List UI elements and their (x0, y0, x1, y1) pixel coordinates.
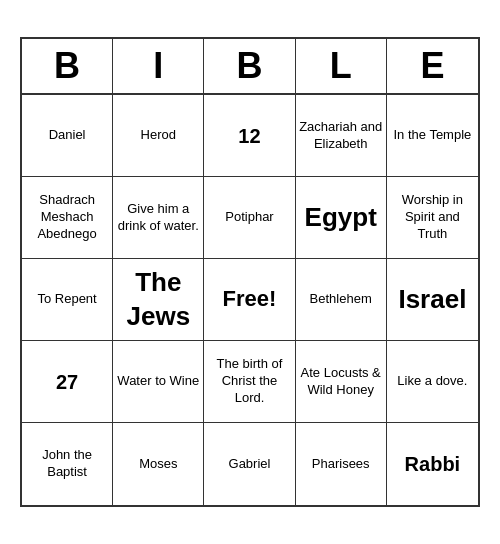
bingo-cell-0: Daniel (22, 95, 113, 177)
bingo-cell-24: Rabbi (387, 423, 478, 505)
header-letter-I-1: I (113, 39, 204, 93)
bingo-cell-2: 12 (204, 95, 295, 177)
bingo-cell-10: To Repent (22, 259, 113, 341)
bingo-cell-21: Moses (113, 423, 204, 505)
bingo-header: BIBLE (22, 39, 478, 95)
bingo-cell-5: Shadrach Meshach Abednego (22, 177, 113, 259)
bingo-cell-16: Water to Wine (113, 341, 204, 423)
bingo-card: BIBLE DanielHerod12Zachariah and Elizabe… (20, 37, 480, 507)
bingo-cell-18: Ate Locusts & Wild Honey (296, 341, 387, 423)
bingo-cell-14: Israel (387, 259, 478, 341)
bingo-cell-8: Egypt (296, 177, 387, 259)
bingo-cell-23: Pharisees (296, 423, 387, 505)
bingo-cell-9: Worship in Spirit and Truth (387, 177, 478, 259)
header-letter-L-3: L (296, 39, 387, 93)
bingo-cell-17: The birth of Christ the Lord. (204, 341, 295, 423)
bingo-grid: DanielHerod12Zachariah and ElizabethIn t… (22, 95, 478, 505)
header-letter-E-4: E (387, 39, 478, 93)
bingo-cell-12: Free! (204, 259, 295, 341)
bingo-cell-11: The Jews (113, 259, 204, 341)
bingo-cell-15: 27 (22, 341, 113, 423)
bingo-cell-20: John the Baptist (22, 423, 113, 505)
bingo-cell-22: Gabriel (204, 423, 295, 505)
bingo-cell-7: Potiphar (204, 177, 295, 259)
bingo-cell-1: Herod (113, 95, 204, 177)
bingo-cell-19: Like a dove. (387, 341, 478, 423)
bingo-cell-4: In the Temple (387, 95, 478, 177)
header-letter-B-2: B (204, 39, 295, 93)
bingo-cell-13: Bethlehem (296, 259, 387, 341)
bingo-cell-3: Zachariah and Elizabeth (296, 95, 387, 177)
header-letter-B-0: B (22, 39, 113, 93)
bingo-cell-6: Give him a drink of water. (113, 177, 204, 259)
